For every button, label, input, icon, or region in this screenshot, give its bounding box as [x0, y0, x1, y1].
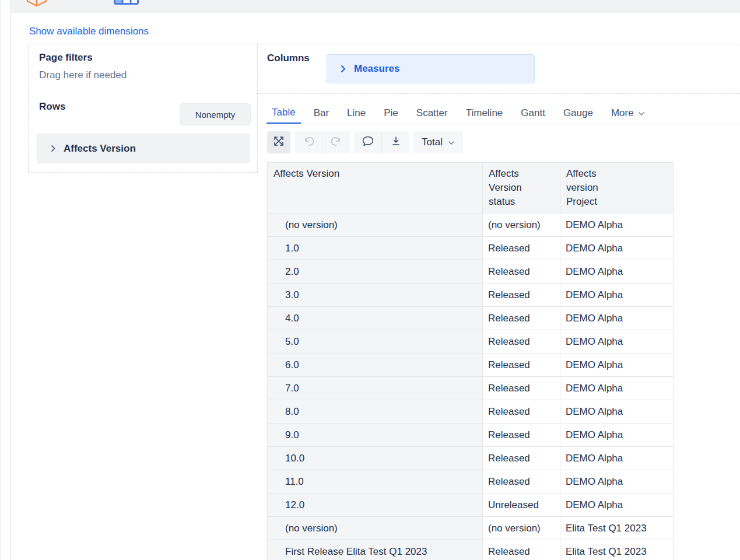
rows-dropzone[interactable]: Rows Nonempty Affects Version	[28, 93, 258, 173]
rows-title: Rows	[39, 101, 65, 113]
chevron-down-icon	[448, 136, 455, 148]
data-cell: DEMO Alpha	[560, 354, 674, 377]
undo-redo-group	[294, 131, 350, 153]
table-row: First Release Elita Test Q1 2023Released…	[268, 540, 674, 560]
columns-member-label: Measures	[354, 63, 399, 75]
page-filters-dropzone[interactable]: Page filters Drag here if needed	[28, 44, 258, 94]
data-cell: Released	[483, 540, 560, 560]
data-cell: Released	[483, 237, 560, 260]
data-cell: Released	[483, 447, 560, 470]
row-member-cell[interactable]: (no version)	[268, 517, 483, 540]
columns-dropzone[interactable]: Columns Measures	[257, 44, 740, 94]
comment-button[interactable]	[354, 131, 381, 153]
table-toolbar: Total	[267, 131, 463, 153]
table-row: 8.0ReleasedDEMO Alpha	[268, 400, 674, 424]
tab-gantt[interactable]: Gantt	[515, 103, 550, 124]
column-header[interactable]: Affects Version status	[483, 163, 560, 214]
data-cell: (no version)	[483, 214, 560, 237]
row-member-cell[interactable]: 7.0	[268, 377, 483, 400]
tab-pie[interactable]: Pie	[378, 103, 404, 124]
tab-line[interactable]: Line	[342, 103, 371, 124]
show-available-dimensions-link[interactable]: Show available dimensions	[29, 26, 149, 37]
columns-title: Columns	[267, 52, 310, 64]
data-cell: Released	[483, 354, 560, 377]
table-row: 2.0ReleasedDEMO Alpha	[268, 260, 674, 284]
chevron-right-icon	[340, 65, 346, 73]
view-tabs: TableBarLinePieScatterTimelineGanttGauge…	[266, 103, 740, 124]
data-cell: DEMO Alpha	[560, 284, 674, 307]
row-member-cell[interactable]: 6.0	[268, 354, 483, 377]
table-report-icon[interactable]	[114, 0, 139, 7]
export-download-button[interactable]	[381, 131, 409, 153]
columns-member-measures[interactable]: Measures	[327, 54, 535, 83]
data-cell: Released	[483, 377, 560, 400]
table-row: 9.0ReleasedDEMO Alpha	[268, 424, 674, 447]
chevron-down-icon	[638, 107, 645, 119]
comment-bubble-icon	[362, 135, 374, 149]
redo-button[interactable]	[322, 131, 350, 153]
rows-member-label: Affects Version	[64, 143, 136, 155]
rows-member-affects-version[interactable]: Affects Version	[37, 134, 250, 163]
data-cell: Released	[483, 284, 560, 307]
tab-bar[interactable]: Bar	[308, 103, 334, 124]
table-row: 7.0ReleasedDEMO Alpha	[268, 377, 674, 400]
result-table-body: (no version)(no version)DEMO Alpha1.0Rel…	[268, 214, 674, 560]
table-row: (no version)(no version)Elita Test Q1 20…	[268, 517, 674, 540]
data-cell: DEMO Alpha	[560, 470, 674, 494]
table-row: 11.0ReleasedDEMO Alpha	[268, 470, 674, 494]
data-cell: Released	[483, 307, 560, 330]
column-header[interactable]: Affects Version	[268, 163, 483, 214]
table-row: 5.0ReleasedDEMO Alpha	[268, 330, 674, 354]
maximize-button[interactable]	[267, 131, 290, 153]
maximize-icon	[273, 135, 285, 149]
data-cell: Unreleased	[483, 494, 560, 517]
row-member-cell[interactable]: First Release Elita Test Q1 2023	[268, 540, 483, 560]
chevron-right-icon	[50, 145, 56, 152]
table-row: 6.0ReleasedDEMO Alpha	[268, 354, 674, 377]
data-cell: DEMO Alpha	[560, 307, 674, 330]
data-cell: DEMO Alpha	[560, 494, 674, 517]
page-filters-title: Page filters	[39, 52, 93, 64]
cube-icon[interactable]	[26, 0, 48, 9]
redo-icon	[331, 136, 342, 149]
tab-timeline[interactable]: Timeline	[461, 103, 508, 124]
panel-edge-divider	[10, 0, 11, 560]
total-dropdown-label: Total	[422, 136, 443, 148]
row-member-cell[interactable]: 2.0	[268, 260, 483, 284]
tab-gauge[interactable]: Gauge	[558, 103, 598, 124]
undo-icon	[303, 136, 314, 149]
row-member-cell[interactable]: (no version)	[268, 214, 483, 237]
data-cell: DEMO Alpha	[560, 330, 674, 354]
result-table: Affects VersionAffects Version statusAff…	[267, 162, 674, 560]
data-cell: DEMO Alpha	[560, 447, 674, 470]
total-dropdown[interactable]: Total	[413, 131, 463, 153]
row-member-cell[interactable]: 11.0	[268, 470, 483, 494]
row-member-cell[interactable]: 5.0	[268, 330, 483, 354]
data-cell: Released	[483, 400, 560, 424]
undo-button[interactable]	[294, 131, 322, 153]
data-cell: Released	[483, 470, 560, 494]
column-header[interactable]: Affects version Project	[560, 163, 674, 214]
result-table-header-row: Affects VersionAffects Version statusAff…	[268, 163, 674, 214]
download-icon	[391, 135, 401, 149]
tab-table[interactable]: Table	[266, 103, 301, 124]
data-cell: DEMO Alpha	[560, 377, 674, 400]
comment-export-group	[354, 131, 409, 153]
data-cell: Elita Test Q1 2023	[560, 540, 674, 560]
table-row: 10.0ReleasedDEMO Alpha	[268, 447, 674, 470]
tab-scatter[interactable]: Scatter	[411, 103, 453, 124]
data-cell: DEMO Alpha	[560, 400, 674, 424]
nonempty-button[interactable]: Nonempty	[180, 103, 251, 125]
row-member-cell[interactable]: 1.0	[268, 237, 483, 260]
row-member-cell[interactable]: 4.0	[268, 307, 483, 330]
row-member-cell[interactable]: 9.0	[268, 424, 483, 447]
table-row: 4.0ReleasedDEMO Alpha	[268, 307, 674, 330]
row-member-cell[interactable]: 8.0	[268, 400, 483, 424]
data-cell: DEMO Alpha	[560, 214, 674, 237]
data-cell: Released	[483, 330, 560, 354]
row-member-cell[interactable]: 10.0	[268, 447, 483, 470]
row-member-cell[interactable]: 3.0	[268, 284, 483, 307]
tab-more[interactable]: More	[606, 103, 650, 124]
table-row: 1.0ReleasedDEMO Alpha	[268, 237, 674, 260]
row-member-cell[interactable]: 12.0	[268, 494, 483, 517]
